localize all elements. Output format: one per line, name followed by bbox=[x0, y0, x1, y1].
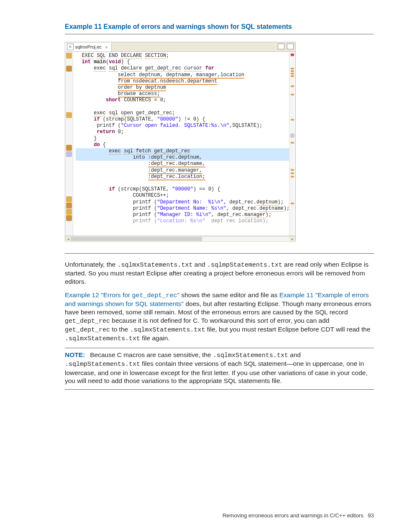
example-title: Example 11 Example of errors and warning… bbox=[65, 23, 374, 31]
error-marker-icon[interactable] bbox=[66, 112, 72, 118]
code-line: int main(void) { bbox=[76, 59, 289, 65]
divider bbox=[65, 34, 374, 34]
code-line: printf ("Department Name: %s\n", dept_re… bbox=[76, 206, 289, 212]
view-controls bbox=[278, 44, 294, 49]
overview-warn-icon[interactable] bbox=[291, 172, 294, 174]
code-line: exec sql open get_dept_rec; bbox=[76, 110, 289, 116]
info-marker-icon[interactable] bbox=[66, 151, 72, 157]
code-line: } bbox=[76, 136, 289, 142]
code-line bbox=[76, 104, 289, 110]
error-marker-icon[interactable] bbox=[66, 196, 72, 202]
code-line: return 0; bbox=[76, 129, 289, 135]
editor-tab[interactable]: c sqlmxProj.ec ✕ bbox=[65, 43, 112, 51]
overview-warn-icon[interactable] bbox=[291, 73, 294, 75]
code-line: printf ("Cursor open failed. SQLSTATE:%s… bbox=[76, 123, 289, 129]
editor-tab-label: sqlmxProj.ec bbox=[75, 44, 102, 49]
code-line: browse access; bbox=[76, 91, 289, 97]
code-line: if (strcmp(SQLSTATE, "00000") == 0) { bbox=[76, 186, 289, 193]
code-line: :dept_rec.deptname, bbox=[76, 161, 289, 167]
overview-warn-icon[interactable] bbox=[291, 75, 294, 77]
maximize-icon[interactable] bbox=[287, 44, 294, 49]
overview-warn-icon[interactable] bbox=[291, 70, 294, 72]
code-line: printf ("Department No: %i\n", dept_rec.… bbox=[76, 199, 289, 206]
scroll-left-icon[interactable]: ◂ bbox=[65, 237, 71, 241]
warning-marker-icon[interactable] bbox=[66, 145, 72, 151]
scroll-thumb[interactable] bbox=[71, 237, 202, 241]
code-line: printf ("Manager ID: %i\n", dept_rec.man… bbox=[76, 212, 289, 218]
overview-ruler[interactable] bbox=[289, 52, 295, 236]
overview-warn-icon[interactable] bbox=[291, 85, 294, 87]
code-line: exec sql fetch get_dept_rec bbox=[76, 148, 289, 154]
error-marker-icon[interactable] bbox=[66, 209, 72, 215]
code-area[interactable]: EXEC SQL END DECLARE SECTION; int main(v… bbox=[73, 52, 289, 236]
note-label: NOTE: bbox=[65, 351, 85, 358]
tab-bar: c sqlmxProj.ec ✕ bbox=[65, 42, 295, 52]
code-line: do { bbox=[76, 142, 289, 148]
page-footer: Removing erroneous errors and warnings i… bbox=[223, 512, 374, 519]
code-line bbox=[76, 180, 289, 186]
code-line: :dept_rec.manager, bbox=[76, 167, 289, 174]
cross-ref-link[interactable]: Example 12 "Errors for get_dept_rec" bbox=[65, 291, 179, 298]
overview-warn-icon[interactable] bbox=[291, 119, 294, 121]
code-line: into :dept_rec.deptnum, bbox=[76, 154, 289, 161]
page-number: 93 bbox=[368, 512, 374, 519]
divider bbox=[65, 253, 374, 254]
code-line: short COUNTRECS = 0; bbox=[76, 97, 289, 103]
code-line: from nsdeecat.nsdeesch.department bbox=[76, 78, 289, 85]
code-line: select deptnum, deptname, manager,locati… bbox=[76, 72, 289, 78]
warning-marker-icon[interactable] bbox=[66, 203, 72, 208]
error-marker-icon[interactable] bbox=[66, 53, 72, 59]
horizontal-scrollbar[interactable]: ◂ ▸ bbox=[65, 236, 295, 242]
c-file-icon: c bbox=[67, 44, 74, 50]
overview-warn-icon[interactable] bbox=[291, 94, 294, 95]
code-line: :dept_rec.location; bbox=[76, 174, 289, 180]
minimize-icon[interactable] bbox=[278, 44, 284, 49]
code-line: exec sql declare get_dept_rec cursor for bbox=[76, 65, 289, 72]
code-line: COUNTRECS++; bbox=[76, 193, 289, 199]
scroll-thumb[interactable] bbox=[290, 134, 294, 138]
body-paragraph: Unfortunately, the .sqlmxStatements.txt … bbox=[65, 260, 374, 286]
overview-warn-icon[interactable] bbox=[291, 169, 294, 171]
code-line: order by deptnum bbox=[76, 85, 289, 91]
overview-warn-icon[interactable] bbox=[291, 203, 294, 204]
note-block: NOTE:Because C macros are case sensitive… bbox=[65, 348, 374, 390]
overview-error-icon[interactable] bbox=[291, 54, 294, 56]
eclipse-editor: c sqlmxProj.ec ✕ bbox=[65, 42, 296, 242]
code-line: EXEC SQL END DECLARE SECTION; bbox=[76, 53, 289, 59]
body-paragraph: Example 12 "Errors for get_dept_rec" sho… bbox=[65, 291, 374, 343]
warning-marker-icon[interactable] bbox=[66, 215, 72, 221]
code-line: if (strcmp(SQLSTATE, "00000") != 0) { bbox=[76, 116, 289, 123]
scroll-right-icon[interactable]: ▸ bbox=[289, 237, 295, 241]
overview-warn-icon[interactable] bbox=[291, 176, 294, 177]
close-icon[interactable]: ✕ bbox=[103, 44, 108, 50]
marker-gutter bbox=[65, 52, 73, 236]
code-line: printf ("Location: %s\n" dept rec locati… bbox=[76, 218, 289, 224]
overview-warn-icon[interactable] bbox=[291, 68, 294, 69]
overview-warn-icon[interactable] bbox=[291, 142, 294, 144]
warning-marker-icon[interactable] bbox=[66, 66, 72, 72]
